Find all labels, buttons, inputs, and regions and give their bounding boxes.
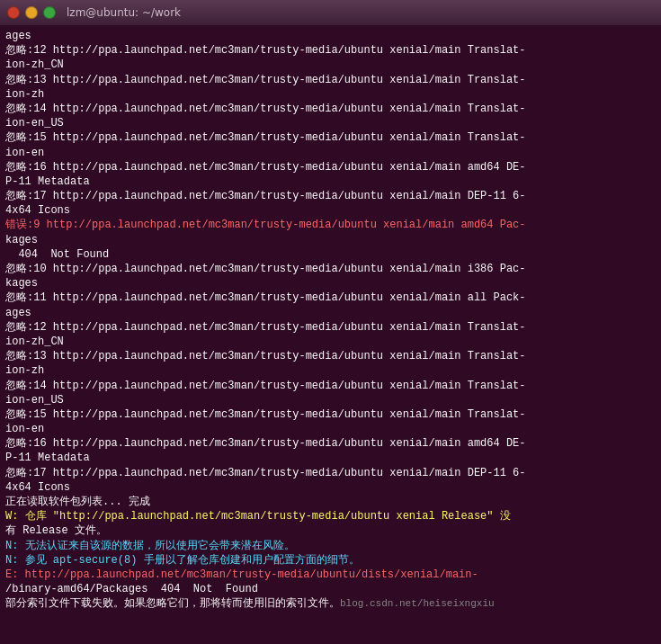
maximize-button[interactable] xyxy=(43,6,56,19)
terminal-line: 忽略:15 http://ppa.launchpad.net/mc3man/tr… xyxy=(5,408,526,421)
terminal-line: 404 Not Found xyxy=(5,248,109,261)
terminal-line: P-11 Metadata xyxy=(5,452,90,464)
terminal-line: 忽略:14 http://ppa.launchpad.net/mc3man/tr… xyxy=(5,103,526,115)
terminal-line: P-11 Metadata xyxy=(5,175,90,188)
terminal-line: ion-zh_CN xyxy=(5,58,64,71)
watermark-text: blog.csdn.net/heiseixngxiu xyxy=(340,598,495,609)
terminal-line: 忽略:13 http://ppa.launchpad.net/mc3man/tr… xyxy=(5,74,526,86)
terminal-line: 忽略:14 http://ppa.launchpad.net/mc3man/tr… xyxy=(5,380,526,392)
terminal-line: ion-en_US xyxy=(5,394,64,407)
terminal-line: 忽略:16 http://ppa.launchpad.net/mc3man/tr… xyxy=(5,437,526,450)
terminal-line: 部分索引文件下载失败。如果忽略它们，那将转而使用旧的索引文件。blog.csdn… xyxy=(5,597,495,610)
terminal-line: W: 仓库 "http://ppa.launchpad.net/mc3man/t… xyxy=(5,510,511,523)
terminal-line: 忽略:16 http://ppa.launchpad.net/mc3man/tr… xyxy=(5,161,526,174)
terminal-line: ion-zh xyxy=(5,88,44,101)
terminal-line: 忽略:13 http://ppa.launchpad.net/mc3man/tr… xyxy=(5,350,526,362)
terminal-line: N: 参见 apt-secure(8) 手册以了解仓库创建和用户配置方面的细节。 xyxy=(5,554,360,567)
terminal-line: ion-zh xyxy=(5,364,44,377)
terminal-line: E: http://ppa.launchpad.net/mc3man/trust… xyxy=(5,568,478,581)
terminal-line: 忽略:11 http://ppa.launchpad.net/mc3man/tr… xyxy=(5,291,526,304)
terminal-line: ion-en xyxy=(5,147,44,159)
terminal-line: 错误:9 http://ppa.launchpad.net/mc3man/tru… xyxy=(5,219,526,231)
terminal-line: 忽略:15 http://ppa.launchpad.net/mc3man/tr… xyxy=(5,131,526,144)
minimize-button[interactable] xyxy=(25,6,38,19)
terminal-line: ion-zh_CN xyxy=(5,335,64,348)
terminal-line: N: 无法认证来自该源的数据，所以使用它会带来潜在风险。 xyxy=(5,540,295,552)
terminal-line: kages xyxy=(5,234,38,246)
terminal-area[interactable]: ages 忽略:12 http://ppa.launchpad.net/mc3m… xyxy=(0,25,661,644)
terminal-line: ages xyxy=(5,30,31,42)
terminal-line: ion-en_US xyxy=(5,117,64,130)
terminal-line: ages xyxy=(5,307,31,319)
terminal-line: 4x64 Icons xyxy=(5,481,70,494)
title-bar: lzm@ubuntu: ~/work xyxy=(0,0,661,25)
terminal-line: 忽略:17 http://ppa.launchpad.net/mc3man/tr… xyxy=(5,190,526,202)
terminal-line: 忽略:12 http://ppa.launchpad.net/mc3man/tr… xyxy=(5,44,526,57)
terminal-line: 正在读取软件包列表... 完成 xyxy=(5,496,150,508)
window-title: lzm@ubuntu: ~/work xyxy=(67,6,181,19)
terminal-line: 4x64 Icons xyxy=(5,204,70,217)
terminal-line: /binary-amd64/Packages 404 Not Found xyxy=(5,583,258,595)
terminal-line: 忽略:10 http://ppa.launchpad.net/mc3man/tr… xyxy=(5,263,526,275)
close-button[interactable] xyxy=(7,6,20,19)
terminal-line: kages xyxy=(5,277,38,290)
terminal-line: 忽略:12 http://ppa.launchpad.net/mc3man/tr… xyxy=(5,321,526,334)
terminal-line: 忽略:17 http://ppa.launchpad.net/mc3man/tr… xyxy=(5,467,526,479)
terminal-line: 有 Release 文件。 xyxy=(5,524,107,537)
terminal-line: ion-en xyxy=(5,423,44,435)
